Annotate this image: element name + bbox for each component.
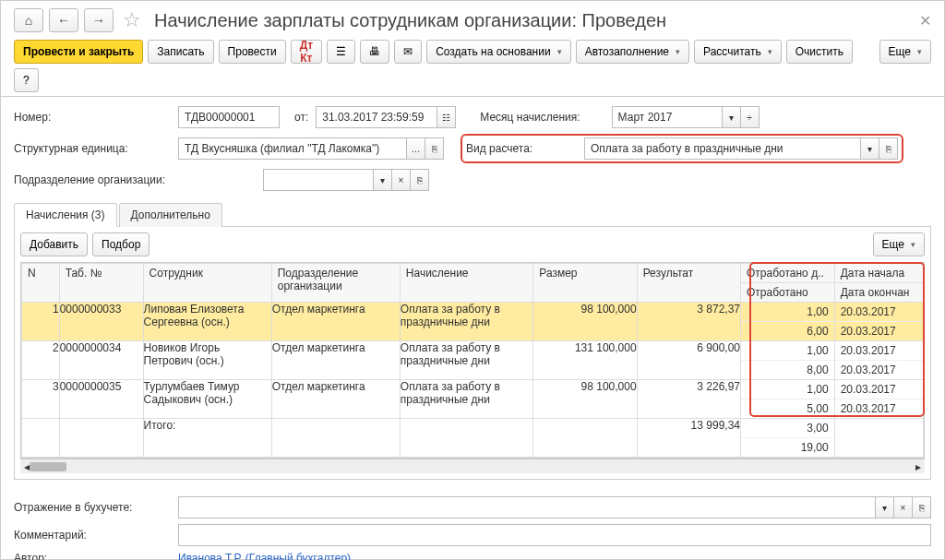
print-icon: 🖶 [369, 45, 380, 58]
table-row[interactable]: 10000000033Липовая Елизовета Сергеевна (… [22, 303, 924, 341]
window-title: Начисление зарплаты сотрудникам организа… [154, 10, 666, 31]
accounting-open-button[interactable]: ⎘ [913, 496, 931, 518]
col-worked-d[interactable]: Отработано д.. [741, 264, 835, 283]
unit-label: Структурная единица: [14, 142, 171, 155]
col-result[interactable]: Результат [637, 264, 740, 303]
author-link[interactable]: Иванова Т.Р. (Главный бухгалтер) [178, 552, 351, 560]
month-dropdown-button[interactable]: ▾ [723, 106, 741, 128]
col-dept[interactable]: Подразделение организации [271, 264, 400, 303]
date-picker-button[interactable]: ☷ [437, 106, 456, 128]
dept-input[interactable] [263, 169, 374, 191]
table-horizontal-scrollbar[interactable]: ◂ ▸ [20, 459, 925, 473]
clear-button[interactable]: Очистить [786, 40, 853, 64]
comment-label: Комментарий: [14, 529, 171, 542]
tab-accruals[interactable]: Начисления (3) [14, 203, 117, 227]
col-accrual[interactable]: Начисление [400, 264, 532, 303]
col-n[interactable]: N [22, 264, 60, 303]
dept-dropdown-button[interactable]: ▾ [374, 169, 392, 191]
scroll-right-icon[interactable]: ▸ [915, 460, 921, 473]
post-and-close-button[interactable]: Провести и закрыть [14, 40, 143, 64]
number-label: Номер: [14, 111, 171, 124]
table-row[interactable]: 30000000035Турлумбаев Тимур Садыкович (о… [22, 380, 924, 419]
dept-open-button[interactable]: ⎘ [411, 169, 429, 191]
accounting-label: Отражение в бухучете: [14, 501, 171, 514]
table-more-button[interactable]: Еще [873, 232, 925, 256]
pick-button[interactable]: Подбор [92, 232, 150, 256]
calc-type-input[interactable]: Оплата за работу в праздничные дни [584, 137, 861, 160]
unit-input[interactable]: ТД Вкусняшка (филиал "ТД Лакомка") [178, 137, 407, 160]
month-label: Месяц начисления: [480, 111, 580, 124]
accounting-input[interactable] [178, 496, 876, 518]
scroll-thumb[interactable] [30, 462, 66, 471]
email-button[interactable]: ✉ [394, 40, 422, 64]
unit-lookup-button[interactable]: … [407, 137, 425, 160]
home-button[interactable]: ⌂ [14, 8, 43, 32]
month-input[interactable]: Март 2017 [612, 106, 723, 128]
structure-button[interactable]: ☰ [327, 40, 355, 64]
number-input[interactable]: ТДВ00000001 [178, 106, 280, 128]
add-row-button[interactable]: Добавить [20, 232, 88, 256]
tab-extra[interactable]: Дополнительно [119, 203, 222, 227]
table-row[interactable]: 20000000034Новиков Игорь Петрович (осн.)… [22, 341, 924, 380]
dept-clear-button[interactable]: × [392, 169, 411, 191]
accruals-table: N Таб. № Сотрудник Подразделение организ… [21, 263, 924, 458]
col-size[interactable]: Размер [533, 264, 637, 303]
unit-open-button[interactable]: ⎘ [425, 137, 444, 160]
print-button[interactable]: 🖶 [360, 40, 389, 64]
calculate-button[interactable]: Рассчитать [694, 40, 782, 64]
structure-icon: ☰ [336, 45, 346, 58]
forward-button[interactable]: → [84, 8, 114, 32]
calc-type-open-button[interactable]: ⎘ [879, 137, 898, 160]
dept-label: Подразделение организации: [14, 173, 256, 186]
autofill-button[interactable]: Автозаполнение [576, 40, 689, 64]
comment-input[interactable] [178, 524, 931, 546]
month-stepper[interactable]: ÷ [741, 106, 760, 128]
totals-label: Итого: [143, 419, 271, 458]
accounting-dropdown-button[interactable]: ▾ [876, 496, 894, 518]
favorite-star-icon[interactable]: ☆ [123, 8, 141, 32]
totals-result: 13 999,34 [637, 419, 740, 458]
col-employee[interactable]: Сотрудник [143, 264, 271, 303]
author-label: Автор: [14, 552, 171, 560]
col-tabno[interactable]: Таб. № [59, 264, 143, 303]
post-button[interactable]: Провести [219, 40, 286, 64]
help-button[interactable]: ? [14, 68, 39, 92]
accounting-clear-button[interactable]: × [894, 496, 913, 518]
col-date-end[interactable]: Дата окончан [834, 283, 923, 303]
col-date-start[interactable]: Дата начала [834, 264, 923, 283]
create-based-on-button[interactable]: Создать на основании [426, 40, 571, 64]
date-label: от: [294, 111, 308, 124]
calc-type-label: Вид расчета: [466, 142, 577, 155]
more-button[interactable]: Еще [879, 40, 931, 64]
col-worked[interactable]: Отработано [741, 283, 835, 303]
back-button[interactable]: ← [49, 8, 78, 32]
write-button[interactable]: Записать [148, 40, 213, 64]
calc-type-dropdown-button[interactable]: ▾ [861, 137, 879, 160]
close-window-icon[interactable]: ✕ [919, 12, 931, 30]
email-icon: ✉ [403, 45, 413, 58]
date-input[interactable]: 31.03.2017 23:59:59 [316, 106, 437, 128]
dt-kt-button[interactable]: ДтКт [291, 40, 322, 64]
